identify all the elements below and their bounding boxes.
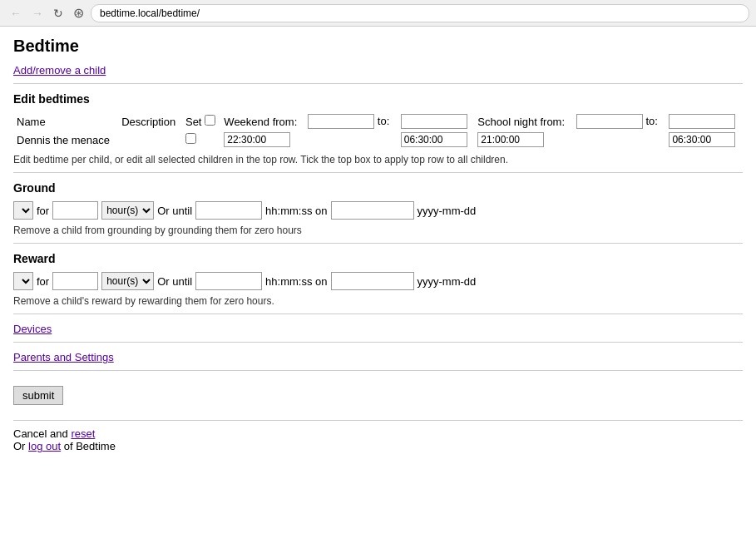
ground-time-input[interactable] [195,201,262,220]
child-school-from-input[interactable] [477,132,544,147]
reload-button[interactable]: ↻ [50,5,67,22]
ground-hhmm-label: hh:mm:ss on [265,205,327,217]
reward-hours-select[interactable]: hour(s) [101,272,154,290]
submit-button[interactable]: submit [13,386,63,405]
forward-button[interactable]: → [28,5,47,22]
child-weekend-from [220,131,397,149]
weekend-to-top-input[interactable] [401,114,467,129]
school-from-top-input[interactable] [576,114,643,129]
divider-7 [13,420,743,421]
logout-prefix: Or [13,440,25,452]
ground-child-select[interactable] [13,201,33,220]
logout-link[interactable]: log out [28,440,61,452]
apps-icon[interactable]: ⊛ [73,5,84,21]
ground-hours-select[interactable]: hour(s) [101,201,154,220]
ground-date-input[interactable] [331,201,414,220]
child-name: Dennis the menace [13,131,118,149]
reset-link[interactable]: reset [71,427,95,440]
reward-heading: Reward [13,252,743,265]
child-school-night-to [665,131,743,149]
reward-for-label: for [37,275,49,288]
divider-1 [13,83,743,84]
child-weekend-from-input[interactable] [224,132,290,147]
child-weekend-to [398,131,475,149]
col-header-school-to2 [665,112,743,131]
edit-bedtimes-section: Edit bedtimes Name Description Set Weeke… [13,92,743,165]
back-button[interactable]: ← [7,5,25,22]
ground-info-text: Remove a child from grounding by groundi… [13,225,743,236]
ground-row: for hour(s) Or until hh:mm:ss on yyyy-mm… [13,201,743,220]
reward-date-input[interactable] [331,272,414,290]
child-school-to-input[interactable] [669,132,735,147]
edit-info-text: Edit bedtime per child, or edit all sele… [13,154,743,165]
reward-info-text: Remove a child's reward by rewarding the… [13,295,743,307]
col-header-name: Name [13,112,118,131]
ground-for-label: for [37,205,49,217]
ground-or-until-label: Or until [157,205,192,217]
reward-time-input[interactable] [195,272,262,290]
ground-section: Ground for hour(s) Or until hh:mm:ss on … [13,181,743,236]
page-content: Bedtime Add/remove a child Edit bedtimes… [0,27,756,462]
browser-chrome: ← → ↻ ⊛ [0,0,756,27]
ground-hours-input[interactable] [52,201,98,220]
ground-date-hint: yyyy-mm-dd [418,205,477,217]
child-set [182,131,220,149]
divider-3 [13,243,743,244]
footer-links: Cancel and reset Or log out of Bedtime [13,427,743,452]
reward-row: for hour(s) Or until hh:mm:ss on yyyy-mm… [13,272,743,290]
logout-suffix: of Bedtime [64,440,116,452]
table-row: Dennis the menace [13,131,743,149]
cancel-row: Cancel and reset [13,427,743,440]
reward-hhmm-label: hh:mm:ss on [265,275,327,288]
child-description [118,131,182,149]
bedtime-table: Name Description Set Weekend from: to: S… [13,112,743,149]
cancel-text: Cancel and [13,427,68,440]
parents-settings-link[interactable]: Parents and Settings [13,351,114,363]
ground-heading: Ground [13,181,743,195]
devices-section: Devices [13,323,743,335]
devices-link[interactable]: Devices [13,323,52,335]
divider-5 [13,342,743,343]
child-weekend-to-input[interactable] [401,132,467,147]
col-header-school-to: to: [573,112,666,131]
col-header-set: Set [182,112,220,131]
col-header-description: Description [118,112,182,131]
add-remove-link[interactable]: Add/remove a child [13,64,106,77]
divider-2 [13,172,743,173]
parents-settings-section: Parents and Settings [13,351,743,363]
weekend-from-top-input[interactable] [308,114,374,129]
child-school-night-from [474,131,665,149]
set-all-checkbox[interactable] [205,115,215,126]
nav-buttons: ← → ↻ [7,5,67,22]
col-header-weekend-to [398,112,475,131]
col-header-to1: to: [304,112,398,131]
reward-section: Reward for hour(s) Or until hh:mm:ss on … [13,252,743,307]
col-header-weekend-from: Weekend from: [220,112,304,131]
reward-date-hint: yyyy-mm-dd [418,275,477,288]
page-title: Bedtime [13,37,743,56]
divider-4 [13,314,743,314]
logout-row: Or log out of Bedtime [13,440,743,452]
col-header-school-night: School night from: [474,112,573,131]
edit-bedtimes-heading: Edit bedtimes [13,92,743,106]
divider-6 [13,370,743,371]
reward-or-until-label: Or until [157,275,192,288]
address-bar[interactable] [91,4,749,22]
reward-child-select[interactable] [13,272,33,290]
child-set-checkbox[interactable] [185,133,196,144]
reward-hours-input[interactable] [52,272,98,290]
school-to-top-input[interactable] [669,114,735,129]
